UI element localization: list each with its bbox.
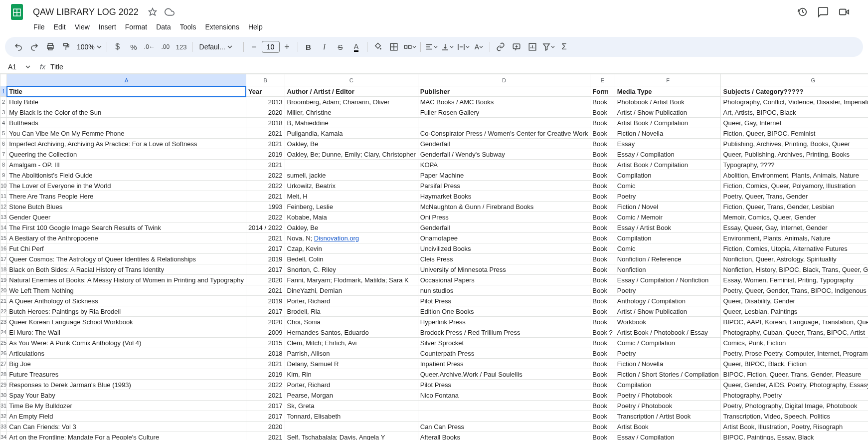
cell[interactable]: Abolition, Environment, Plants, Animals,… [721,170,868,181]
cell[interactable]: Comics, Punk, Fiction [721,338,868,348]
cell[interactable]: Artist Book, Illustration, Poetry, Risog… [721,422,868,432]
cell[interactable]: Queer, Gender, AIDS, Poetry, Photography… [721,380,868,390]
row-header-22[interactable]: 22 [0,306,7,317]
cell[interactable]: A Queer Anthology of Sickness [7,296,246,306]
increase-decimal-button[interactable]: .00 [158,39,173,54]
cell[interactable]: Essay, Women, Feminist, Priting, Typogra… [721,275,868,285]
cell[interactable]: Queer Korean Language School Workbook [7,317,246,327]
cell[interactable]: Queer, BIPOC, Black, Fiction [721,359,868,369]
cell[interactable]: BIPOC, Paintings, Essay, Black [721,432,868,440]
cell[interactable]: Book [590,432,615,440]
cell[interactable]: Oakley, Be [285,139,418,149]
cell-header[interactable]: Subjects / Category????? [721,86,868,97]
cell[interactable]: Compilation [615,233,721,243]
column-header-D[interactable]: D [418,74,590,86]
cell[interactable]: Tonnard, Elisabeth [285,411,418,422]
row-header-19[interactable]: 19 [0,275,7,285]
text-color-button[interactable]: A [349,39,364,54]
cell[interactable]: Essay, Queer, Gay, Internet, Gender [721,222,868,233]
column-header-C[interactable]: C [285,74,418,86]
row-header-25[interactable]: 25 [0,338,7,348]
currency-button[interactable]: $ [110,39,125,54]
cell[interactable]: Book [590,181,615,191]
cell[interactable]: Anthology / Compilation [615,296,721,306]
cell[interactable]: Typography, ???? [721,160,868,170]
cell[interactable]: 2013 [246,97,285,107]
menu-file[interactable]: File [30,21,48,33]
cell[interactable]: Co-Conspirator Press / Women's Center fo… [418,128,590,139]
insert-chart-button[interactable] [525,39,540,54]
halign-button[interactable] [424,39,439,54]
decrease-font-button[interactable]: − [247,39,262,54]
cell[interactable]: Essay / Artist Book [615,222,721,233]
cell[interactable]: Paper Machine [418,170,590,181]
cell[interactable]: Essay [615,139,721,149]
cell[interactable]: Black on Both Sides: A Racial History of… [7,264,246,275]
cell[interactable]: Fanni, Maryam; Flodmark, Matilda; Sara K [285,275,418,285]
cell[interactable]: 2017 [246,411,285,422]
cell[interactable]: Compilation [615,380,721,390]
cell[interactable]: Inpatient Press [418,359,590,369]
cell[interactable]: Occasional Papers [418,275,590,285]
menu-format[interactable]: Format [122,21,151,33]
cell[interactable]: 2019 [246,149,285,160]
cell[interactable]: 2017 [246,264,285,275]
cell[interactable]: Afterall Books [418,432,590,440]
cell[interactable]: 2017 [246,401,285,411]
column-header-A[interactable]: A [7,74,246,86]
cell[interactable]: Choi, Sonia [285,317,418,327]
cell[interactable]: As You Were: A Punk Comix Anthology (Vol… [7,338,246,348]
cell[interactable]: Bedell, Colin [285,254,418,264]
cell[interactable]: Book [590,296,615,306]
cell[interactable]: Poetry, Queer, Gender, Trans, BIPOC, Ind… [721,285,868,296]
row-header-4[interactable]: 4 [0,118,7,128]
cell[interactable]: 2021 [246,160,285,170]
column-header-E[interactable]: E [590,74,615,86]
cell[interactable]: Book [590,380,615,390]
cell[interactable]: Photography, Conflict, Violence, Disaste… [721,97,868,107]
cell[interactable]: Cleis Press [418,254,590,264]
cell[interactable]: Book ? [590,327,615,338]
doc-title[interactable]: QAW LIBRARY LOG 2022 [30,6,142,18]
row-header-34[interactable]: 34 [0,432,7,440]
cell[interactable]: Natural Enemies of Books: A Messy Histor… [7,275,246,285]
font-size-input[interactable] [262,41,280,53]
cell[interactable]: Nonfiction, Queer, Astrology, Spirituali… [721,254,868,264]
row-header-14[interactable]: 14 [0,222,7,233]
cell[interactable]: Fiction / Short Stories / Compilation [615,369,721,380]
cell[interactable]: My Black is the Color of the Sun [7,107,246,118]
cell[interactable]: Memoir, Comics, Queer, Gender [721,212,868,222]
cell[interactable]: We Left Them Nothing [7,285,246,296]
cell[interactable]: Porter, Richard [285,296,418,306]
row-header-1[interactable]: 1 [0,86,7,97]
cell[interactable]: 2021 [246,432,285,440]
cell[interactable]: El Muro: The Wall [7,327,246,338]
cell[interactable]: Big Joe [7,359,246,369]
cell[interactable]: 2019 [246,369,285,380]
cell[interactable]: DineYazhi, Demian [285,285,418,296]
cell[interactable]: Book [590,118,615,128]
cell[interactable]: Artist / Show Publication [615,107,721,118]
wrap-button[interactable] [456,39,471,54]
cell[interactable]: Book [590,348,615,359]
row-header-16[interactable]: 16 [0,243,7,254]
redo-button[interactable] [27,39,42,54]
cloud-saved-icon[interactable] [164,6,175,18]
menu-extensions[interactable]: Extensions [201,21,242,33]
cell[interactable]: Photography, Poetry [721,390,868,401]
cell[interactable]: 2018 [246,348,285,359]
menu-help[interactable]: Help [245,21,266,33]
strikethrough-button[interactable]: S [333,39,348,54]
cell[interactable]: 2020 [246,422,285,432]
link-button[interactable] [493,39,508,54]
cell[interactable]: nun studios [418,285,590,296]
cell[interactable]: Book [590,222,615,233]
row-header-26[interactable]: 26 [0,348,7,359]
cell[interactable]: Poetry / Photobook [615,390,721,401]
cell[interactable]: Essay / Compilation / Nonfiction [615,275,721,285]
cell[interactable]: Spay Your Baby [7,390,246,401]
cell[interactable]: Clem, Mitch; Ehrlich, Avi [285,338,418,348]
cell[interactable]: Broomberg, Adam; Chanarin, Oliver [285,97,418,107]
cell[interactable]: Czap, Kevin [285,243,418,254]
insert-comment-button[interactable] [509,39,524,54]
